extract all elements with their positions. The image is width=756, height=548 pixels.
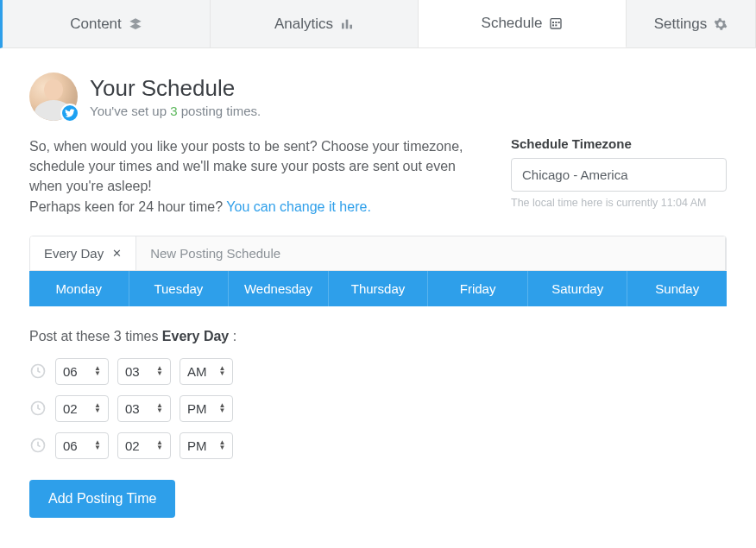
svg-rect-6 <box>558 22 560 23</box>
day-monday[interactable]: Monday <box>29 271 129 306</box>
stepper-icon: ▲▼ <box>94 440 101 450</box>
time-row: 06▲▼ 02▲▼ PM▲▼ <box>29 432 727 459</box>
day-thursday[interactable]: Thursday <box>329 271 429 306</box>
stepper-icon: ▲▼ <box>219 403 226 413</box>
minute-select[interactable]: 03▲▼ <box>117 395 171 422</box>
close-icon[interactable]: ✕ <box>112 247 122 260</box>
svg-rect-1 <box>346 19 349 28</box>
stepper-icon: ▲▼ <box>94 366 101 376</box>
tab-content[interactable]: Content <box>3 0 211 47</box>
hour-select[interactable]: 02▲▼ <box>55 395 109 422</box>
timezone-select[interactable]: Chicago - America <box>511 158 727 192</box>
stepper-icon: ▲▼ <box>94 403 101 413</box>
stepper-icon: ▲▼ <box>156 403 163 413</box>
time-row: 02▲▼ 03▲▼ PM▲▼ <box>29 395 727 422</box>
time-row: 06▲▼ 03▲▼ AM▲▼ <box>29 358 727 385</box>
ampm-select[interactable]: PM▲▼ <box>180 395 233 422</box>
tab-settings[interactable]: Settings <box>627 0 756 47</box>
bars-icon <box>340 17 354 31</box>
day-sunday[interactable]: Sunday <box>627 271 727 306</box>
schedule-tab-label: New Posting Schedule <box>150 246 280 261</box>
day-tuesday[interactable]: Tuesday <box>129 271 230 306</box>
clock-icon <box>29 362 47 380</box>
intro-text: So, when would you like your posts to be… <box>29 136 485 217</box>
hour-select[interactable]: 06▲▼ <box>55 432 109 459</box>
schedule-tab-everyday[interactable]: Every Day ✕ <box>30 236 136 270</box>
minute-select[interactable]: 03▲▼ <box>117 358 171 385</box>
tab-label: Schedule <box>482 15 543 32</box>
twitter-badge-icon <box>60 104 79 123</box>
svg-rect-7 <box>552 24 554 26</box>
day-wednesday[interactable]: Wednesday <box>229 271 329 306</box>
add-posting-time-button[interactable]: Add Posting Time <box>29 480 175 518</box>
svg-rect-4 <box>552 22 554 23</box>
calendar-icon <box>549 16 563 30</box>
stepper-icon: ▲▼ <box>219 440 226 450</box>
posting-count: 3 <box>170 104 177 118</box>
gear-icon <box>714 17 728 31</box>
minute-select[interactable]: 02▲▼ <box>117 432 171 459</box>
stepper-icon: ▲▼ <box>156 440 163 450</box>
day-selector: Monday Tuesday Wednesday Thursday Friday… <box>29 271 727 306</box>
svg-rect-3 <box>551 19 561 28</box>
tab-label: Settings <box>654 16 707 33</box>
timezone-label: Schedule Timezone <box>511 136 727 151</box>
ampm-select[interactable]: AM▲▼ <box>180 358 233 385</box>
day-saturday[interactable]: Saturday <box>528 271 628 306</box>
tab-analytics[interactable]: Analytics <box>211 0 419 47</box>
page-header: Your Schedule You've set up 3 posting ti… <box>29 72 727 121</box>
clock-icon <box>29 400 47 417</box>
hour-select[interactable]: 06▲▼ <box>55 358 109 385</box>
svg-rect-2 <box>350 24 352 28</box>
tab-label: Content <box>70 16 122 33</box>
change-time-format-link[interactable]: You can change it here. <box>226 199 371 214</box>
page-subtitle: You've set up 3 posting times. <box>90 104 261 118</box>
svg-rect-5 <box>556 22 558 23</box>
tab-schedule[interactable]: Schedule <box>419 0 627 47</box>
timezone-note: The local time here is currently 11:04 A… <box>511 197 727 209</box>
svg-rect-8 <box>556 24 558 26</box>
avatar <box>29 72 78 121</box>
layers-icon <box>129 17 142 31</box>
stepper-icon: ▲▼ <box>219 366 226 376</box>
page-title: Your Schedule <box>90 75 261 102</box>
main-nav-tabs: Content Analytics Schedule Settings <box>0 0 756 48</box>
schedule-subtabs: Every Day ✕ New Posting Schedule <box>29 236 727 271</box>
svg-rect-0 <box>342 22 344 28</box>
clock-icon <box>29 437 47 454</box>
tab-label: Analytics <box>274 16 333 33</box>
post-times-heading: Post at these 3 times Every Day : <box>29 329 727 344</box>
schedule-tab-label: Every Day <box>44 246 104 261</box>
stepper-icon: ▲▼ <box>156 366 163 376</box>
day-friday[interactable]: Friday <box>428 271 528 306</box>
ampm-select[interactable]: PM▲▼ <box>180 432 233 459</box>
new-schedule-tab[interactable]: New Posting Schedule <box>136 236 726 270</box>
